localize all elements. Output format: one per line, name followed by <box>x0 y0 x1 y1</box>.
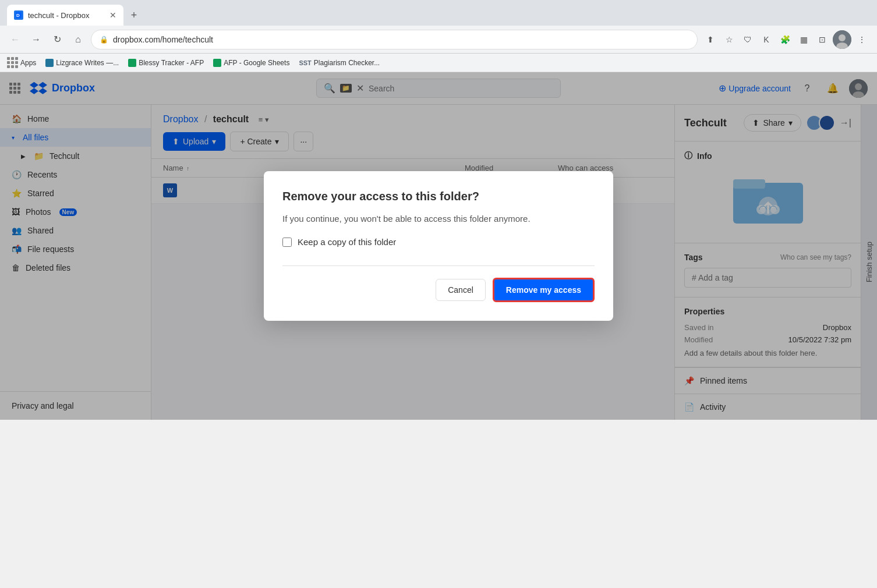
tab-favicon: D <box>14 10 23 20</box>
bookmark-wp-icon <box>45 59 54 67</box>
bookmark-apps[interactable]: Apps <box>7 57 36 68</box>
dialog-title: Remove your access to this folder? <box>282 190 595 203</box>
bookmark-plagiarism-label: Plagiarism Checker... <box>314 59 380 67</box>
new-tab-button[interactable]: + <box>126 7 142 23</box>
keep-copy-label: Keep a copy of this folder <box>298 237 396 247</box>
tab-close-button[interactable]: ✕ <box>109 10 116 20</box>
bookmark-green1-icon <box>128 59 136 67</box>
bookmark-lizgrace-label: Lizgrace Writes —... <box>56 59 119 67</box>
browser-tab[interactable]: D techcult - Dropbox ✕ <box>7 5 123 26</box>
back-button[interactable]: ← <box>7 31 23 48</box>
cancel-button[interactable]: Cancel <box>436 279 486 301</box>
keep-copy-checkbox-row[interactable]: Keep a copy of this folder <box>282 237 595 247</box>
share-page-button[interactable]: ⬆ <box>702 31 719 48</box>
bookmark-afp-label: AFP - Google Sheets <box>224 59 289 67</box>
bookmark-green2-icon <box>213 59 221 67</box>
profile-button[interactable]: K <box>758 31 775 48</box>
sidebar-button[interactable]: ▦ <box>795 31 812 48</box>
bookmark-blessy-label: Blessy Tracker - AFP <box>139 59 204 67</box>
apps-grid-icon <box>7 57 18 68</box>
svg-text:D: D <box>16 13 20 18</box>
reload-button[interactable]: ↻ <box>49 31 65 48</box>
menu-button[interactable]: ⋮ <box>854 31 870 48</box>
bookmark-blessy[interactable]: Blessy Tracker - AFP <box>128 59 204 67</box>
dialog-divider <box>282 265 595 266</box>
modal-overlay[interactable]: Remove your access to this folder? If yo… <box>0 72 877 420</box>
home-button[interactable]: ⌂ <box>70 31 86 48</box>
split-view-button[interactable]: ⊡ <box>814 31 830 48</box>
bookmark-sst-icon: SST <box>299 59 311 66</box>
bookmark-apps-label: Apps <box>20 59 36 67</box>
svg-point-3 <box>839 34 846 41</box>
keep-copy-checkbox[interactable] <box>282 238 292 247</box>
dialog-body: If you continue, you won't be able to ac… <box>282 212 595 226</box>
address-bar[interactable]: 🔒 dropbox.com/home/techcult <box>91 30 698 49</box>
dialog-actions: Cancel Remove my access <box>282 278 595 302</box>
address-text: dropbox.com/home/techcult <box>113 35 213 44</box>
remove-access-button[interactable]: Remove my access <box>493 278 595 302</box>
extensions-button[interactable]: 🧩 <box>777 31 793 48</box>
remove-access-dialog: Remove your access to this folder? If yo… <box>264 171 613 321</box>
bookmark-plagiarism[interactable]: SST Plagiarism Checker... <box>299 59 380 67</box>
tab-title: techcult - Dropbox <box>28 11 90 20</box>
lock-icon: 🔒 <box>100 36 108 44</box>
bookmark-lizgrace[interactable]: Lizgrace Writes —... <box>45 59 119 67</box>
shield-button[interactable]: 🛡 <box>740 31 756 48</box>
user-avatar[interactable] <box>833 30 851 49</box>
bookmark-button[interactable]: ☆ <box>721 31 737 48</box>
bookmark-afp[interactable]: AFP - Google Sheets <box>213 59 289 67</box>
forward-button[interactable]: → <box>28 31 44 48</box>
